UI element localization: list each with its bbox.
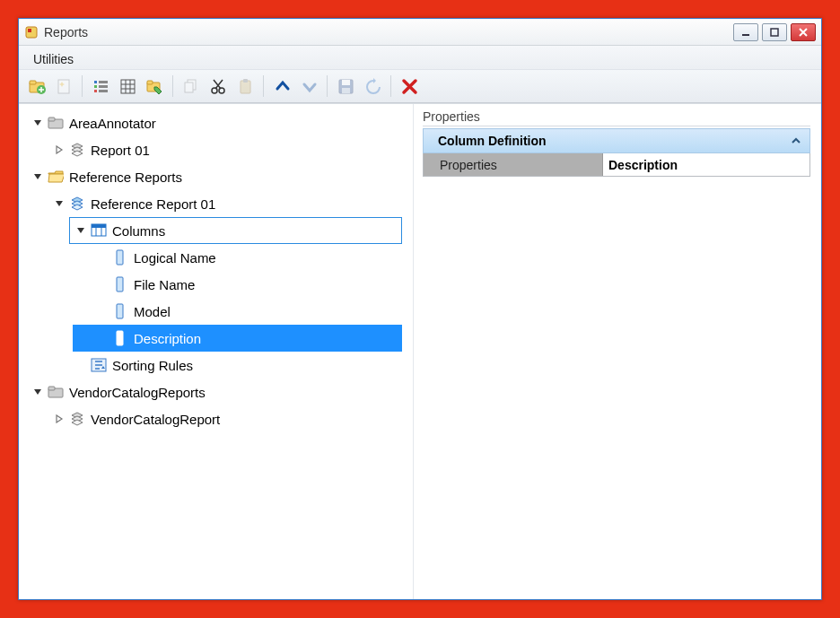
expander-placeholder: [96, 251, 109, 264]
content-area: AreaAnnotatorReport 01Reference ReportsR…: [19, 103, 821, 599]
expander-icon[interactable]: [31, 170, 44, 183]
new-item-button: [51, 74, 76, 99]
list-view-button[interactable]: [88, 74, 113, 99]
column-file-name[interactable]: File Name: [19, 271, 413, 298]
folder-reference-reports[interactable]: Reference Reports: [19, 163, 413, 190]
refresh-button: [360, 74, 385, 99]
property-row[interactable]: PropertiesDescription: [423, 153, 810, 177]
move-up-button[interactable]: [269, 74, 294, 99]
tree-item-label: Sorting Rules: [112, 358, 193, 373]
toolbar-separator: [327, 75, 328, 97]
reports-window: Reports Utilities AreaAnnotatorReport 01…: [18, 18, 822, 600]
svg-rect-2: [742, 34, 749, 36]
tree-item-label: Logical Name: [134, 250, 216, 265]
columns-node[interactable]: Columns: [69, 217, 402, 244]
save-button: [333, 74, 358, 99]
columns-grid-icon: [91, 222, 107, 239]
toolbar-separator: [263, 75, 264, 97]
copy-button: [179, 74, 204, 99]
svg-rect-1: [28, 29, 31, 32]
report-stack-icon: [69, 411, 85, 427]
report-stack-icon: [69, 142, 85, 158]
expander-icon[interactable]: [53, 144, 66, 156]
property-key: Properties: [424, 153, 603, 176]
tree-item-label: Columns: [112, 223, 165, 239]
properties-header-title: Column Definition: [438, 134, 547, 148]
tree-panel: AreaAnnotatorReport 01Reference ReportsR…: [19, 104, 414, 599]
expander-placeholder: [96, 305, 109, 318]
vendorcatalogreport[interactable]: VendorCatalogReport: [19, 405, 413, 432]
expander-icon[interactable]: [74, 224, 87, 237]
tree-item-label: VendorCatalogReports: [69, 385, 206, 400]
tree-item-label: AreaAnnotator: [69, 116, 156, 131]
folder-gray-icon: [48, 115, 64, 131]
grid-view-button[interactable]: [115, 74, 140, 99]
new-folder-button[interactable]: [24, 74, 49, 99]
column-model[interactable]: Model: [19, 298, 413, 325]
tree-item-label: Model: [134, 304, 171, 319]
folder-open-yellow-icon: [48, 169, 64, 185]
tree-item-label: Reference Report 01: [91, 196, 215, 212]
move-down-button: [296, 74, 321, 99]
expander-icon[interactable]: [31, 117, 44, 129]
expander-placeholder: [96, 332, 109, 344]
tag-folder-button[interactable]: [142, 74, 167, 99]
maximize-button[interactable]: [762, 23, 787, 41]
sorting-rules[interactable]: Sorting Rules: [19, 352, 413, 379]
column-logical-name[interactable]: Logical Name: [19, 244, 413, 271]
column-item-icon: [112, 276, 128, 292]
column-item-icon: [112, 303, 128, 319]
properties-panel: Properties Column Definition PropertiesD…: [414, 104, 821, 599]
minimize-button[interactable]: [733, 23, 758, 41]
reference-report-01[interactable]: Reference Report 01: [19, 190, 413, 217]
window-controls: [733, 23, 816, 41]
column-item-icon: [112, 249, 128, 265]
toolbar-separator: [390, 75, 391, 97]
expander-icon[interactable]: [53, 413, 66, 425]
properties-section-label: Properties: [423, 109, 810, 126]
folder-areaannotator[interactable]: AreaAnnotator: [19, 109, 413, 136]
column-item-white-icon: [112, 330, 128, 346]
expander-icon[interactable]: [53, 197, 66, 210]
properties-header[interactable]: Column Definition: [423, 128, 810, 153]
toolbar: [19, 69, 821, 103]
collapse-icon: [790, 135, 802, 147]
close-button[interactable]: [791, 23, 816, 41]
cut-button[interactable]: [206, 74, 231, 99]
folder-vendorcatalogreports[interactable]: VendorCatalogReports: [19, 379, 413, 405]
toolbar-separator: [172, 75, 173, 97]
paste-button: [232, 74, 258, 99]
tree-item-label: File Name: [134, 277, 195, 292]
window-title: Reports: [44, 25, 733, 39]
tree-item-label: Reference Reports: [69, 170, 182, 185]
tree-item-label: Report 01: [91, 143, 150, 158]
menubar: Utilities: [19, 46, 821, 69]
delete-button[interactable]: [397, 74, 422, 99]
expander-placeholder: [74, 359, 87, 371]
toolbar-separator: [82, 75, 83, 97]
tree-item-label: Description: [134, 331, 201, 346]
report-stack-blue-icon: [69, 196, 85, 212]
report-01[interactable]: Report 01: [19, 136, 413, 163]
property-value: Description: [603, 153, 809, 176]
menu-utilities[interactable]: Utilities: [28, 49, 79, 69]
sort-rules-icon: [91, 357, 107, 373]
column-description[interactable]: Description: [73, 325, 402, 352]
tree-item-label: VendorCatalogReport: [91, 412, 220, 427]
folder-gray-icon: [48, 384, 64, 400]
titlebar: Reports: [19, 19, 821, 46]
expander-placeholder: [96, 278, 109, 291]
expander-icon[interactable]: [31, 386, 44, 398]
svg-rect-3: [771, 29, 778, 36]
app-icon: [24, 25, 39, 39]
